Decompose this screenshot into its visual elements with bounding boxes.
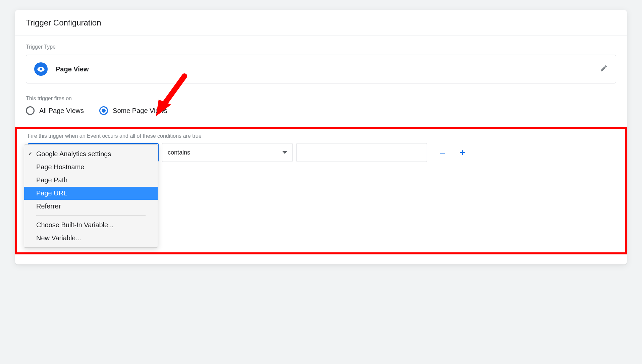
- conditions-highlight-box: Fire this trigger when an Event occurs a…: [15, 127, 627, 254]
- condition-value-input[interactable]: [296, 143, 427, 162]
- chevron-down-icon: [282, 151, 287, 154]
- dropdown-divider: [36, 216, 146, 216]
- radio-label-all: All Page Views: [39, 107, 84, 115]
- dropdown-item-new-variable[interactable]: New Variable...: [24, 232, 158, 245]
- eye-icon: [34, 62, 48, 76]
- card-title: Trigger Configuration: [26, 18, 616, 27]
- add-condition-button[interactable]: +: [457, 147, 468, 158]
- dropdown-item-page-path[interactable]: Page Path: [24, 174, 158, 187]
- condition-row-actions: – +: [437, 147, 468, 158]
- trigger-type-value: Page View: [56, 65, 592, 73]
- card-header: Trigger Configuration: [15, 10, 627, 36]
- operator-select-value: contains: [168, 149, 190, 156]
- fires-on-label: This trigger fires on: [26, 96, 616, 102]
- trigger-type-label: Trigger Type: [26, 44, 616, 50]
- dropdown-item-referrer[interactable]: Referrer: [24, 200, 158, 213]
- radio-label-some: Some Page Views: [113, 107, 167, 115]
- conditions-label: Fire this trigger when an Event occurs a…: [28, 133, 614, 139]
- variable-dropdown-menu: Google Analytics settings Page Hostname …: [24, 144, 158, 248]
- radio-unchecked-icon: [26, 106, 35, 115]
- svg-point-0: [40, 68, 42, 70]
- dropdown-item-choose-builtin[interactable]: Choose Built-In Variable...: [24, 219, 158, 232]
- fires-on-radio-group: All Page Views Some Page Views: [26, 106, 616, 115]
- dropdown-item-page-hostname[interactable]: Page Hostname: [24, 161, 158, 174]
- remove-condition-button[interactable]: –: [437, 147, 448, 158]
- dropdown-item-page-url[interactable]: Page URL: [24, 187, 158, 200]
- radio-some-page-views[interactable]: Some Page Views: [99, 106, 167, 115]
- card-body: Trigger Type Page View This trigger fire…: [15, 36, 627, 264]
- edit-trigger-type-button[interactable]: [600, 64, 608, 74]
- operator-select[interactable]: contains: [162, 143, 293, 162]
- dropdown-item-google-analytics-settings[interactable]: Google Analytics settings: [24, 147, 158, 161]
- radio-all-page-views[interactable]: All Page Views: [26, 106, 84, 115]
- trigger-config-card: Trigger Configuration Trigger Type Page …: [15, 10, 627, 264]
- radio-checked-icon: [99, 106, 108, 115]
- trigger-type-box[interactable]: Page View: [26, 55, 616, 83]
